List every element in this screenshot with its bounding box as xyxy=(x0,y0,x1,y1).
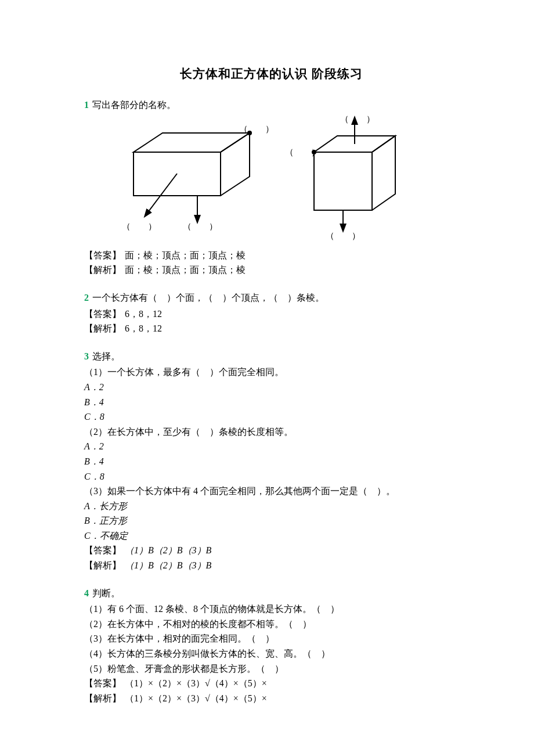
q1-number: 1 xyxy=(84,100,89,110)
q4-explanation: 【解析】（1）×（2）×（3）√（4）×（5）× xyxy=(84,691,459,706)
svg-marker-0 xyxy=(134,133,250,152)
q3-expl-text: （1）B（2）B（3）B xyxy=(125,560,211,570)
blank-face: （ ） xyxy=(122,222,157,231)
q3-opt-a2: A．2 xyxy=(84,439,459,454)
answer-label: 【答案】 xyxy=(84,545,121,555)
q2-expl-text: 6，8，12 xyxy=(125,323,162,333)
q4-answer: 【答案】（1）×（2）×（3）√（4）×（5）× xyxy=(84,676,459,691)
q2-prompt-line: 2一个长方体有（ ）个面，（ ）个顶点，（ ）条棱。 xyxy=(84,290,459,305)
q3-opt-c2: C．8 xyxy=(84,469,459,484)
q3-opt-a3: A．长方形 xyxy=(84,499,459,514)
svg-line-2 xyxy=(145,174,177,216)
q3-prompt-line: 3选择。 xyxy=(84,349,459,364)
blank-edge: （ ） xyxy=(183,222,218,231)
q3-opts1: A．2 B．4 C．8 xyxy=(84,380,459,424)
blank-top-face: （ ） xyxy=(340,114,375,124)
blank-cube-vertex: （ ） xyxy=(285,147,320,157)
q4-part5: （5）粉笔盒、牙膏盒的形状都是长方形。（ ） xyxy=(84,661,459,676)
q3-opt-c1: C．8 xyxy=(84,409,459,424)
answer-label: 【答案】 xyxy=(84,678,121,688)
question-2: 2一个长方体有（ ）个面，（ ）个顶点，（ ）条棱。 【答案】6，8，12 【解… xyxy=(84,290,459,336)
q1-expl-text: 面；棱；顶点；面；顶点；棱 xyxy=(125,265,246,275)
explanation-label: 【解析】 xyxy=(84,265,121,275)
answer-label: 【答案】 xyxy=(84,250,121,260)
question-1: 1写出各部分的名称。 xyxy=(84,98,459,278)
q2-answer-text: 6，8，12 xyxy=(125,309,162,319)
q3-prompt: 选择。 xyxy=(92,351,120,361)
q1-figures: （ ） （ ） （ ） xyxy=(102,114,459,247)
q4-number: 4 xyxy=(84,588,89,598)
q3-opts3: A．长方形 B．正方形 C．不确定 xyxy=(84,499,459,543)
q4-answer-text: （1）×（2）×（3）√（4）×（5）× xyxy=(125,678,267,688)
cuboid-svg: （ ） （ ） （ ） xyxy=(102,114,270,231)
cube-svg: （ ） （ ） （ ） xyxy=(285,114,418,242)
answer-label: 【答案】 xyxy=(84,309,121,319)
q3-answer: 【答案】（1）B（2）B（3）B xyxy=(84,543,459,558)
q4-part2: （2）在长方体中，不相对的棱的长度都不相等。（ ） xyxy=(84,617,459,632)
q2-explanation: 【解析】6，8，12 xyxy=(84,321,459,336)
blank-cube-edge: （ ） xyxy=(326,231,360,240)
q3-opt-b2: B．4 xyxy=(84,454,459,469)
q2-number: 2 xyxy=(84,293,89,303)
q3-opt-a1: A．2 xyxy=(84,380,459,395)
q3-opt-c3: C．不确定 xyxy=(84,528,459,543)
explanation-label: 【解析】 xyxy=(84,693,121,703)
q4-prompt-line: 4判断。 xyxy=(84,586,459,601)
q1-answer: 【答案】面；棱；顶点；面；顶点；棱 xyxy=(84,248,459,263)
q1-explanation: 【解析】面；棱；顶点；面；顶点；棱 xyxy=(84,262,459,278)
q2-prompt: 一个长方体有（ ）个面，（ ）个顶点，（ ）条棱。 xyxy=(92,293,324,303)
q3-opts2: A．2 B．4 C．8 xyxy=(84,439,459,484)
blank-vertex: （ ） xyxy=(239,124,270,134)
q4-expl-text: （1）×（2）×（3）√（4）×（5）× xyxy=(125,693,267,703)
q4-part3: （3）在长方体中，相对的面完全相同。（ ） xyxy=(84,631,459,646)
q3-number: 3 xyxy=(84,351,89,361)
q3-explanation: 【解析】（1）B（2）B（3）B xyxy=(84,558,459,573)
q3-part3: （3）如果一个长方体中有 4 个面完全相同，那么其他两个面一定是（ ）。 xyxy=(84,484,459,499)
q3-part1: （1）一个长方体，最多有（ ）个面完全相同。 xyxy=(84,365,459,380)
q1-answer-text: 面；棱；顶点；面；顶点；棱 xyxy=(125,250,246,260)
q3-answer-text: （1）B（2）B（3）B xyxy=(125,545,211,555)
page-title: 长方体和正方体的认识 阶段练习 xyxy=(84,64,459,84)
svg-marker-5 xyxy=(314,152,372,210)
q1-prompt: 写出各部分的名称。 xyxy=(92,100,176,110)
q3-opt-b1: B．4 xyxy=(84,395,459,410)
explanation-label: 【解析】 xyxy=(84,560,121,570)
question-3: 3选择。 （1）一个长方体，最多有（ ）个面完全相同。 A．2 B．4 C．8 … xyxy=(84,349,459,573)
q4-part1: （1）有 6 个面、12 条棱、8 个顶点的物体就是长方体。（ ） xyxy=(84,602,459,617)
explanation-label: 【解析】 xyxy=(84,323,121,333)
q4-part4: （4）长方体的三条棱分别叫做长方体的长、宽、高。（ ） xyxy=(84,646,459,661)
q4-prompt: 判断。 xyxy=(92,588,120,598)
q2-answer: 【答案】6，8，12 xyxy=(84,307,459,322)
q3-opt-b3: B．正方形 xyxy=(84,513,459,528)
q1-prompt-line: 1写出各部分的名称。 xyxy=(84,98,459,113)
cuboid-figure: （ ） （ ） （ ） xyxy=(102,114,270,235)
question-4: 4判断。 （1）有 6 个面、12 条棱、8 个顶点的物体就是长方体。（ ） （… xyxy=(84,586,459,706)
cube-figure: （ ） （ ） （ ） xyxy=(285,114,418,247)
q3-part2: （2）在长方体中，至少有（ ）条棱的长度相等。 xyxy=(84,424,459,440)
page: 长方体和正方体的认识 阶段练习 1写出各部分的名称。 xyxy=(0,0,534,756)
